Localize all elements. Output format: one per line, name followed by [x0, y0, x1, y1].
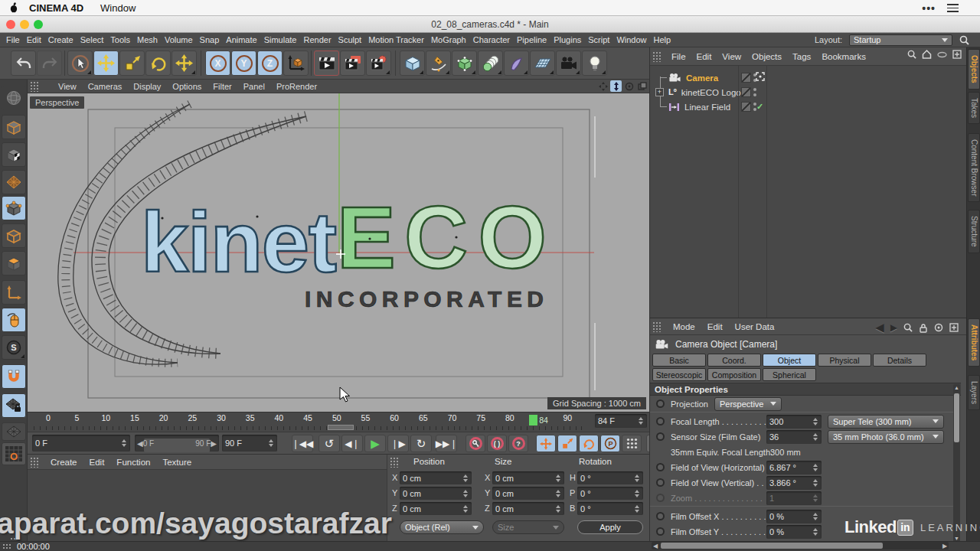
- app-menu-item[interactable]: MoGraph: [431, 35, 466, 44]
- control-center-icon[interactable]: •••: [922, 2, 936, 15]
- coordinate-mode-select[interactable]: Object (Rel): [400, 520, 484, 534]
- horizontal-scrollbar[interactable]: ◀ ▶: [652, 542, 949, 549]
- key-rotation-toggle[interactable]: [579, 435, 599, 452]
- app-menu-item[interactable]: Motion Tracker: [368, 35, 424, 44]
- render-view-button[interactable]: [314, 51, 339, 76]
- move-tool-button[interactable]: [93, 51, 119, 76]
- environment-button[interactable]: [530, 51, 555, 76]
- next-frame-button[interactable]: ❘▶: [387, 435, 409, 452]
- tweak-mode-button[interactable]: [2, 308, 26, 332]
- scroll-up-icon[interactable]: ▲: [953, 385, 960, 390]
- app-menu-item[interactable]: Edit: [27, 35, 41, 44]
- viewport-grip-handle[interactable]: [30, 81, 40, 92]
- coordinate-grip-handle[interactable]: [390, 457, 400, 468]
- next-key-button[interactable]: ↻: [410, 435, 432, 452]
- viewport-canvas[interactable]: kinet E CO INCORPORATED: [28, 93, 649, 412]
- perspective-viewport[interactable]: kinet E CO INCORPORATED ViewCamerasDispl…: [28, 80, 649, 412]
- pos-x-stepper[interactable]: [462, 473, 469, 484]
- fov-horizontal-field[interactable]: 6.867 °: [766, 461, 822, 474]
- redo-button[interactable]: [37, 51, 62, 76]
- goto-start-button[interactable]: ❘◀◀: [292, 435, 313, 452]
- tab-takes[interactable]: Takes: [968, 92, 980, 124]
- app-menu-item[interactable]: Select: [80, 35, 104, 44]
- search-icon[interactable]: [907, 50, 916, 59]
- app-menu-item[interactable]: Plugins: [554, 35, 581, 44]
- app-menu-item[interactable]: File: [6, 35, 20, 44]
- x-axis-lock-button[interactable]: X: [205, 51, 230, 76]
- fov-vertical-field[interactable]: 3.866 °: [766, 476, 822, 490]
- timeline-ruler[interactable]: 05101520253035404550556065707580 84 90 8…: [28, 412, 649, 432]
- app-menu-item[interactable]: Character: [473, 35, 510, 44]
- object-properties-header[interactable]: Object Properties: [650, 383, 961, 396]
- offx-stepper[interactable]: [812, 511, 818, 522]
- object-row-logo[interactable]: + Lº kinetECO Logo: [650, 85, 966, 99]
- record-keyframe-button[interactable]: [466, 435, 485, 452]
- app-menu-item[interactable]: Help: [654, 35, 671, 44]
- object-row-camera[interactable]: Camera: [650, 70, 966, 85]
- magnet-button[interactable]: [2, 364, 26, 389]
- range-start-stepper[interactable]: [120, 438, 127, 448]
- expand-icon[interactable]: +: [655, 88, 664, 96]
- key-parameter-toggle[interactable]: P: [600, 435, 620, 452]
- material-menu-item[interactable]: Create: [51, 458, 77, 467]
- rotation-h-field[interactable]: 0 °: [577, 471, 643, 484]
- apple-icon[interactable]: [9, 2, 18, 13]
- globe-mode-button[interactable]: [2, 86, 26, 110]
- app-menu-item[interactable]: Sculpt: [338, 35, 362, 44]
- tab-object[interactable]: Object: [763, 354, 816, 367]
- keyframe-selection-button[interactable]: ?: [508, 435, 528, 452]
- attribute-menu-item[interactable]: Mode: [673, 322, 695, 331]
- workplane-alt-button[interactable]: [2, 422, 26, 441]
- position-z-field[interactable]: 0 cm: [400, 502, 472, 515]
- rotate-view-icon[interactable]: [623, 80, 635, 92]
- timeline-palette-button[interactable]: O: [2, 442, 26, 465]
- app-menu-item[interactable]: Animate: [226, 35, 256, 44]
- object-manager-menu-item[interactable]: Bookmarks: [822, 52, 866, 61]
- tab-attributes[interactable]: Attributes: [968, 318, 980, 367]
- app-menu-item[interactable]: Render: [303, 35, 331, 44]
- render-visibility-tag-icon[interactable]: [741, 73, 751, 83]
- generator-button[interactable]: [452, 51, 477, 76]
- camera-active-tag-icon[interactable]: [756, 72, 765, 81]
- lock-icon[interactable]: [919, 323, 928, 333]
- keyframe-circle-icon[interactable]: [656, 432, 665, 441]
- keyframe-circle-icon[interactable]: [656, 399, 665, 408]
- rotation-p-field[interactable]: 0 °: [577, 487, 643, 500]
- light-create-button[interactable]: [582, 51, 607, 76]
- object-row-field[interactable]: Linear Field: [650, 99, 966, 114]
- frame-stepper[interactable]: [637, 416, 644, 426]
- projection-select[interactable]: Perspective: [714, 397, 782, 411]
- previous-key-button[interactable]: ↺: [318, 435, 340, 452]
- range-end-stepper[interactable]: [267, 438, 274, 448]
- previous-frame-button[interactable]: ◀❘: [341, 435, 363, 452]
- window-titlebar[interactable]: 02_08_cameras.c4d * - Main: [0, 16, 980, 33]
- snap-button[interactable]: S: [2, 335, 26, 360]
- viewport-menu-item[interactable]: Options: [172, 82, 201, 91]
- object-manager-menu-item[interactable]: Edit: [697, 52, 712, 61]
- model-mode-button[interactable]: [2, 115, 26, 139]
- live-selection-button[interactable]: [67, 51, 93, 76]
- minimize-window-button[interactable]: [20, 20, 29, 29]
- position-y-field[interactable]: 0 cm: [400, 487, 472, 500]
- scroll-left-icon[interactable]: ◀: [652, 543, 659, 549]
- object-name[interactable]: kinetECO Logo: [681, 88, 741, 97]
- object-name[interactable]: Camera: [686, 73, 718, 83]
- camera-create-button[interactable]: [556, 51, 581, 76]
- key-scale-toggle[interactable]: [557, 435, 577, 452]
- history-back-icon[interactable]: ◀: [875, 321, 884, 334]
- object-name[interactable]: Linear Field: [684, 103, 730, 112]
- size-x-field[interactable]: 0 cm: [492, 471, 564, 484]
- fovv-stepper[interactable]: [812, 478, 818, 488]
- size-x-stepper[interactable]: [554, 473, 561, 484]
- viewport-menu-item[interactable]: ProRender: [276, 82, 317, 91]
- range-end-field[interactable]: 90 F: [222, 435, 277, 452]
- tab-coord[interactable]: Coord.: [707, 354, 761, 367]
- macos-app-name[interactable]: CINEMA 4D: [29, 2, 83, 14]
- camera-view-label[interactable]: Perspective: [30, 96, 84, 109]
- home-icon[interactable]: [922, 50, 932, 59]
- polygons-mode-button[interactable]: [2, 251, 26, 276]
- keyframe-circle-icon[interactable]: [656, 527, 665, 536]
- keyframe-circle-icon[interactable]: [656, 512, 665, 520]
- app-menu-item[interactable]: Tools: [110, 35, 130, 44]
- app-menu-item[interactable]: Snap: [200, 35, 220, 44]
